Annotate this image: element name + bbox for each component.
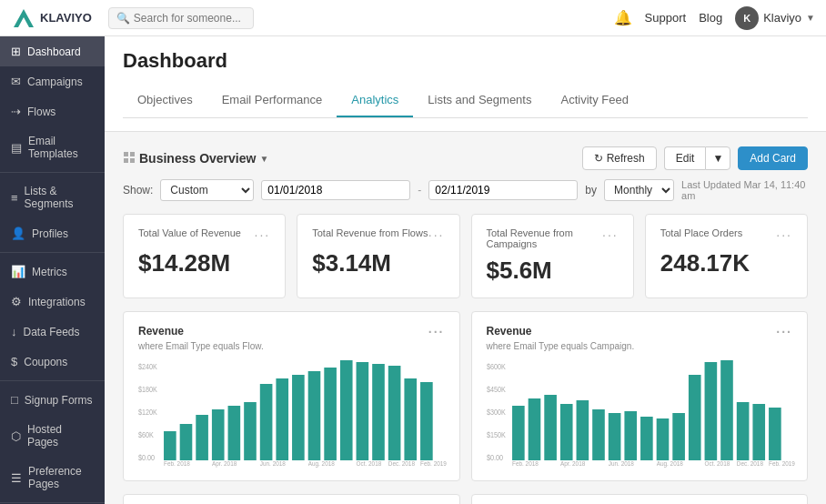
search-box[interactable]: 🔍	[108, 7, 254, 29]
date-to-input[interactable]	[428, 180, 578, 200]
svg-rect-48	[656, 418, 669, 460]
sidebar-divider-4	[0, 502, 105, 503]
metric-options-icon[interactable]: ···	[428, 227, 445, 242]
metric-value: $5.6M	[487, 257, 619, 285]
svg-rect-12	[196, 415, 208, 460]
metric-options-icon[interactable]: ···	[776, 227, 792, 242]
metrics-icon: 📊	[11, 265, 25, 278]
metric-options-icon[interactable]: ···	[255, 227, 271, 242]
tab-bar: Objectives Email Performance Analytics L…	[123, 84, 808, 118]
tab-email-performance[interactable]: Email Performance	[207, 84, 337, 117]
preference-pages-icon: ☰	[11, 471, 22, 485]
tab-objectives[interactable]: Objectives	[123, 84, 207, 117]
business-overview-selector[interactable]: Business Overview ▼	[123, 151, 268, 166]
app-body: ⊞ Dashboard ✉ Campaigns ⇢ Flows ▤ Email …	[0, 36, 826, 504]
user-menu[interactable]: K Klaviyo ▼	[735, 6, 815, 30]
svg-text:$300K: $300K	[487, 408, 506, 417]
svg-text:$60K: $60K	[138, 430, 154, 439]
svg-rect-53	[736, 402, 749, 460]
interval-select[interactable]: Monthly Weekly Daily	[604, 179, 674, 201]
sidebar-item-lists-segments[interactable]: ≡ Lists & Segments	[0, 176, 105, 218]
tab-analytics[interactable]: Analytics	[337, 84, 413, 117]
klaviyo-logo	[11, 5, 36, 31]
integrations-icon: ⚙	[11, 295, 22, 308]
svg-text:Oct. 2018: Oct. 2018	[704, 459, 730, 468]
main-content: Dashboard Objectives Email Performance A…	[105, 36, 826, 504]
support-link[interactable]: Support	[645, 11, 687, 25]
sidebar-divider-3	[0, 380, 105, 381]
show-label: Show:	[123, 184, 153, 197]
tab-activity-feed[interactable]: Activity Feed	[546, 84, 642, 117]
chart-options-icon[interactable]: ···	[776, 325, 792, 339]
last-updated: Last Updated Mar 14, 11:40 am	[681, 179, 808, 201]
hosted-pages-icon: ⬡	[11, 429, 21, 443]
by-label: by	[585, 184, 597, 197]
sidebar-item-signup-forms[interactable]: □ Signup Forms	[0, 385, 105, 415]
metric-options-icon[interactable]: ···	[602, 227, 619, 242]
svg-rect-13	[212, 409, 225, 460]
metric-card-flow-revenue: Total Revenue from Flows ··· $3.14M	[297, 214, 459, 298]
metric-value: $3.14M	[312, 249, 444, 277]
edit-button[interactable]: Edit	[664, 146, 706, 170]
metric-card-revenue: Total Value of Revenue ··· $14.28M	[123, 214, 286, 298]
preset-select[interactable]: Custom Last 30 days Last 90 days	[160, 179, 254, 201]
sidebar-item-metrics[interactable]: 📊 Metrics	[0, 257, 105, 287]
svg-text:Apr. 2018: Apr. 2018	[212, 459, 237, 468]
sidebar-item-profiles[interactable]: 👤 Profiles	[0, 218, 105, 248]
sidebar-item-flows[interactable]: ⇢ Flows	[0, 96, 105, 126]
edit-button-group: Edit ▼	[664, 146, 731, 170]
edit-dropdown-button[interactable]: ▼	[705, 146, 730, 170]
svg-text:Feb. 2018: Feb. 2018	[512, 459, 539, 468]
add-card-button[interactable]: Add Card	[738, 146, 808, 170]
svg-rect-47	[640, 417, 653, 460]
svg-text:Dec. 2018: Dec. 2018	[388, 459, 415, 468]
metric-card-campaign-revenue: Total Revenue from Campaigns ··· $5.6M	[471, 214, 634, 298]
svg-text:$450K: $450K	[487, 385, 506, 394]
svg-rect-43	[576, 400, 589, 460]
svg-rect-55	[769, 408, 781, 460]
svg-text:$0.00: $0.00	[487, 453, 503, 462]
chart-revenue-flow: Revenue ··· where Email Type equals Flow…	[123, 311, 460, 481]
svg-rect-54	[752, 404, 765, 460]
dashboard-header: Business Overview ▼ ↻ Refresh Edit ▼ Add…	[123, 146, 808, 170]
svg-rect-15	[244, 402, 257, 460]
sidebar-item-label: Preference Pages	[28, 465, 94, 490]
blog-link[interactable]: Blog	[699, 11, 722, 25]
tab-lists-segments[interactable]: Lists and Segments	[413, 84, 546, 117]
chart-area: $600K $450K $300K $150K $0.00	[487, 358, 793, 468]
logo: KLAVIYO	[11, 5, 92, 31]
dashboard-icon: ⊞	[11, 45, 21, 58]
sidebar-item-email-templates[interactable]: ▤ Email Templates	[0, 126, 105, 168]
svg-text:Jun. 2018: Jun. 2018	[260, 459, 286, 468]
metric-title: Total Place Orders ···	[660, 227, 792, 242]
svg-rect-52	[720, 360, 733, 460]
sidebar-item-preference-pages[interactable]: ☰ Preference Pages	[0, 457, 105, 499]
svg-rect-20	[324, 368, 337, 460]
sidebar-item-coupons[interactable]: $ Coupons	[0, 347, 105, 377]
lists-icon: ≡	[11, 191, 18, 205]
date-separator: -	[418, 184, 421, 197]
date-from-input[interactable]	[261, 180, 410, 200]
svg-rect-2	[130, 152, 135, 156]
sidebar-item-data-feeds[interactable]: ↓ Data Feeds	[0, 317, 105, 347]
search-input[interactable]	[134, 12, 243, 25]
sidebar-item-label: Email Templates	[28, 135, 94, 160]
metric-value: 248.17K	[660, 249, 792, 277]
sidebar-item-integrations[interactable]: ⚙ Integrations	[0, 287, 105, 317]
sidebar-item-dashboard[interactable]: ⊞ Dashboard	[0, 36, 105, 66]
chart-options-icon[interactable]: ···	[428, 325, 445, 339]
nav-right: 🔔 Support Blog K Klaviyo ▼	[614, 6, 815, 30]
search-icon: 🔍	[116, 12, 130, 25]
refresh-button[interactable]: ↻ Refresh	[582, 146, 657, 170]
signup-forms-icon: □	[11, 393, 18, 407]
notification-bell-icon[interactable]: 🔔	[614, 9, 632, 26]
sidebar-item-campaigns[interactable]: ✉ Campaigns	[0, 66, 105, 96]
svg-text:Jun. 2018: Jun. 2018	[608, 459, 633, 468]
svg-rect-44	[592, 409, 605, 460]
sidebar-item-hosted-pages[interactable]: ⬡ Hosted Pages	[0, 415, 105, 457]
svg-text:$600K: $600K	[487, 362, 506, 371]
metric-title: Total Revenue from Flows ···	[312, 227, 444, 242]
sidebar-item-label: Integrations	[28, 296, 86, 308]
svg-rect-45	[608, 413, 620, 460]
chevron-down-icon: ▼	[806, 13, 815, 23]
